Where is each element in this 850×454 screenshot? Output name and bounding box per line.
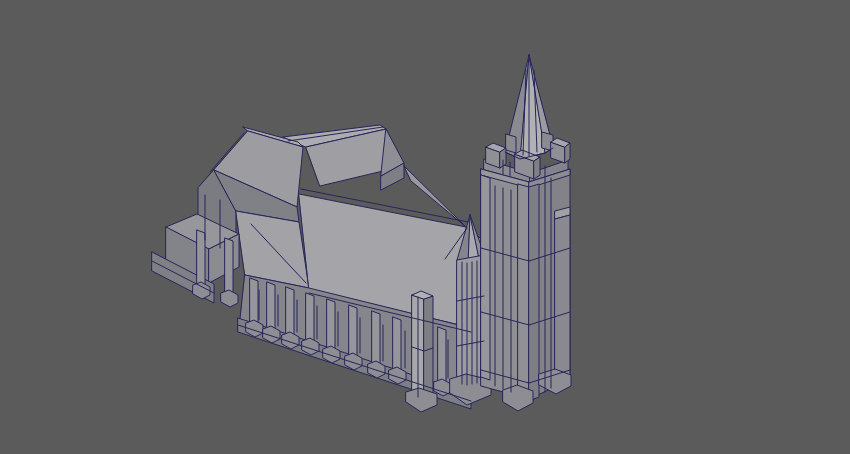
church-model-svg[interactable]	[0, 0, 850, 454]
turret-shaft[interactable]	[457, 255, 484, 386]
wall-buttress-2[interactable]	[225, 238, 233, 298]
tower-merlon-right-side[interactable]	[565, 143, 570, 163]
tower-corner-buttress-right[interactable]	[529, 184, 539, 401]
wall-buttress-base-2[interactable]	[221, 290, 238, 307]
wall-buttress-1[interactable]	[197, 230, 205, 290]
tower-left-edge-buttress[interactable]	[481, 175, 490, 380]
wall-buttress-11[interactable]	[438, 327, 446, 387]
tower-corner-buttress-left[interactable]	[518, 184, 529, 401]
wall-buttress-9[interactable]	[372, 311, 380, 369]
tower-back-merlon-left[interactable]	[506, 134, 516, 153]
viewport-canvas[interactable]	[0, 0, 850, 454]
tower-right-buttress[interactable]	[555, 215, 570, 376]
tower-corner-buttress-base[interactable]	[503, 385, 533, 411]
wall-buttress-10[interactable]	[393, 317, 401, 375]
tower-merlon-mid-side[interactable]	[534, 157, 540, 179]
